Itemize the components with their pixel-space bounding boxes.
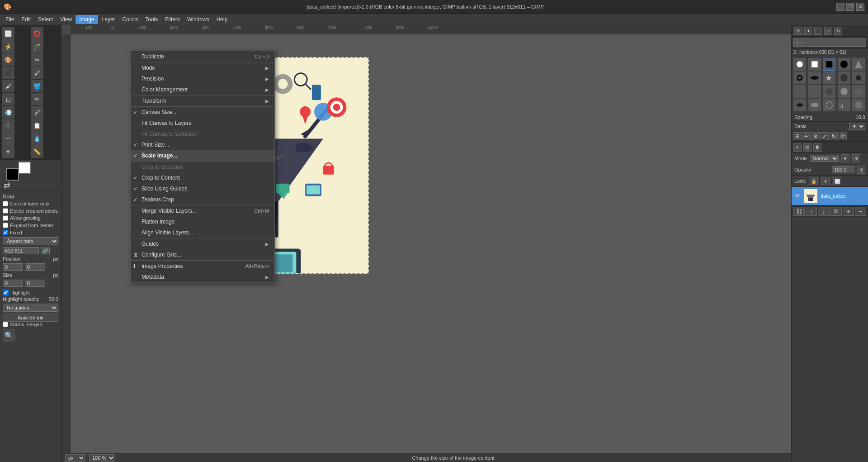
layers-up-btn[interactable]: ↑ [806, 207, 817, 216]
brush-item-15[interactable] [852, 85, 865, 98]
menu-entry-flatten[interactable]: Flatten Image [131, 216, 274, 227]
preset-select[interactable]: ▼ [849, 123, 865, 130]
zoom-select[interactable]: 100 % 50 % 200 % Fit [89, 454, 115, 462]
layers-delete-icon[interactable]: 🗑 [813, 143, 821, 152]
menu-entry-mode[interactable]: Mode ▶ [131, 62, 274, 73]
panel-icon-6[interactable]: ⟳ [839, 132, 847, 140]
menu-windows[interactable]: Windows [184, 15, 213, 24]
expand-from-center-checkbox[interactable] [3, 223, 8, 228]
menu-entry-merge-visible[interactable]: Merge Visible Layers... Ctrl+M [131, 205, 274, 216]
brush-item-10[interactable] [852, 71, 865, 84]
panel-icon-3[interactable]: ⊗ [811, 132, 820, 140]
tool-measure[interactable]: 📏 [31, 145, 43, 158]
panel-tool-1[interactable]: ⟳ [794, 27, 802, 35]
lock-position-btn[interactable]: ✛ [821, 177, 830, 185]
tool-bucket-fill[interactable]: 🪣 [31, 80, 43, 92]
panel-tool-3[interactable]: ⬛ [814, 27, 822, 35]
menu-entry-precision[interactable]: Precision ▶ [131, 73, 274, 84]
tool-ellipse-select[interactable]: ⭕ [31, 27, 43, 40]
panel-icon-1[interactable]: ⊞ [793, 132, 802, 140]
brush-item-17[interactable] [808, 99, 821, 111]
layer-mode-select[interactable]: Normal Multiply Screen Overlay [810, 155, 839, 162]
menu-entry-crop-content[interactable]: ✓ Crop to Content [131, 172, 274, 183]
menu-colors[interactable]: Colors [119, 15, 142, 24]
menu-entry-configure-grid[interactable]: ⊞ Configure Grid... [131, 249, 274, 260]
tool-paths[interactable]: 🖊 [31, 67, 43, 79]
menu-entry-print-size[interactable]: ✓ Print Size... [131, 139, 274, 150]
foreground-color[interactable] [6, 168, 19, 181]
menu-edit[interactable]: Edit [18, 15, 34, 24]
panel-icon-5[interactable]: ↻ [830, 132, 838, 140]
tool-by-color[interactable]: 🎨 [2, 53, 14, 66]
menu-select[interactable]: Select [34, 15, 57, 24]
layers-chain-icon[interactable]: ⛓ [803, 143, 811, 152]
layers-duplicate-btn[interactable]: ⧉ [830, 207, 842, 216]
fixed-select[interactable]: Aspect ratio Width Height Size [3, 237, 58, 245]
menu-entry-crop-selection[interactable]: Crop to Selection [131, 162, 274, 172]
close-button[interactable]: ✕ [856, 3, 864, 11]
menu-entry-image-properties[interactable]: ℹ Image Properties Alt+Return [131, 261, 274, 271]
menu-help[interactable]: Help [213, 15, 231, 24]
menu-entry-color-management[interactable]: Color Management ▶ [131, 84, 274, 95]
background-color[interactable] [18, 162, 31, 174]
tool-airbrush[interactable]: 💨 [2, 106, 14, 119]
brush-item-11[interactable] [793, 85, 806, 98]
menu-file[interactable]: File [2, 15, 18, 24]
brush-item-5[interactable] [852, 58, 865, 71]
size-w-input[interactable] [3, 280, 23, 287]
size-chain-button[interactable]: 🔗 [41, 248, 50, 254]
menu-entry-transform[interactable]: Transform ▶ [131, 95, 274, 106]
fixed-checkbox[interactable] [3, 230, 8, 235]
menu-entry-slice-guides[interactable]: ✓ Slice Using Guides [131, 183, 274, 194]
tool-pencil[interactable]: ✏ [31, 93, 43, 105]
brush-item-3[interactable] [823, 58, 835, 71]
tool-paint[interactable]: 🖌 [2, 80, 14, 92]
minimize-button[interactable]: — [836, 3, 844, 11]
menu-filters[interactable]: Filters [161, 15, 184, 24]
menu-entry-align-visible[interactable]: Align Visible Layers... [131, 227, 274, 238]
size-h-input[interactable] [25, 280, 45, 287]
tool-foreground-select[interactable]: ⬛ [2, 67, 14, 79]
layers-remove-btn[interactable]: − [855, 207, 866, 216]
tool-free-select[interactable]: ⚡ [2, 40, 14, 53]
layers-chain-btn[interactable]: ⛓ [793, 207, 805, 216]
tool-blur[interactable]: 💧 [31, 132, 43, 145]
menu-entry-duplicate[interactable]: Duplicate Ctrl+D [131, 51, 274, 62]
menu-entry-metadata[interactable]: Metadata ▶ [131, 271, 274, 282]
menu-entry-zealous-crop[interactable]: ✓ Zealous Crop [131, 194, 274, 205]
brush-item-19[interactable]: A [838, 99, 850, 111]
magnify-tool[interactable]: 🔍 [3, 329, 15, 342]
brush-item-20[interactable] [852, 99, 865, 111]
brush-item-13[interactable] [823, 85, 835, 98]
position-x-input[interactable] [3, 263, 23, 271]
panel-tool-2[interactable]: ✦ [804, 27, 812, 35]
opacity-expand[interactable]: ⊞ [857, 166, 865, 174]
brush-item-14[interactable] [838, 85, 850, 98]
panel-tool-5[interactable]: ↻ [834, 27, 842, 35]
current-layer-only-checkbox[interactable] [3, 201, 8, 206]
menu-layer[interactable]: Layer [98, 15, 119, 24]
layer-visibility-icon[interactable]: 👁 [794, 192, 801, 200]
panel-tool-4[interactable]: ⤢ [824, 27, 832, 35]
tool-smudge[interactable]: 〰 [2, 132, 14, 145]
highlight-checkbox[interactable] [3, 290, 9, 295]
panel-icon-4[interactable]: ⤢ [821, 132, 829, 140]
layers-down-btn[interactable]: ↓ [818, 207, 829, 216]
tool-dodge[interactable]: ☀ [2, 145, 14, 158]
menu-view[interactable]: View [57, 15, 75, 24]
menu-entry-canvas-size[interactable]: ✓ Canvas Size... [131, 107, 274, 118]
restore-button[interactable]: ❐ [846, 3, 854, 11]
layer-mode-toggle[interactable]: ▼ [841, 154, 849, 162]
size-input[interactable] [3, 247, 39, 254]
brush-item-2[interactable] [808, 58, 821, 71]
lock-alpha-btn[interactable]: ⬜ [833, 177, 841, 185]
tool-scissors[interactable]: ✂ [31, 53, 43, 66]
menu-entry-fit-canvas-selection[interactable]: Fit Canvas to Selection [131, 129, 274, 139]
guides-select[interactable]: No guides Rule of thirds Golden sections [3, 304, 58, 312]
brush-item-4[interactable] [838, 58, 850, 71]
swap-colors-icon[interactable]: ⇄ [4, 181, 10, 191]
layer-mode-expand[interactable]: ⊞ [852, 154, 860, 162]
delete-cropped-pixels-checkbox[interactable] [3, 208, 8, 214]
layers-menu-icon[interactable]: ≡ [793, 143, 802, 152]
brush-item-16[interactable] [793, 99, 806, 111]
